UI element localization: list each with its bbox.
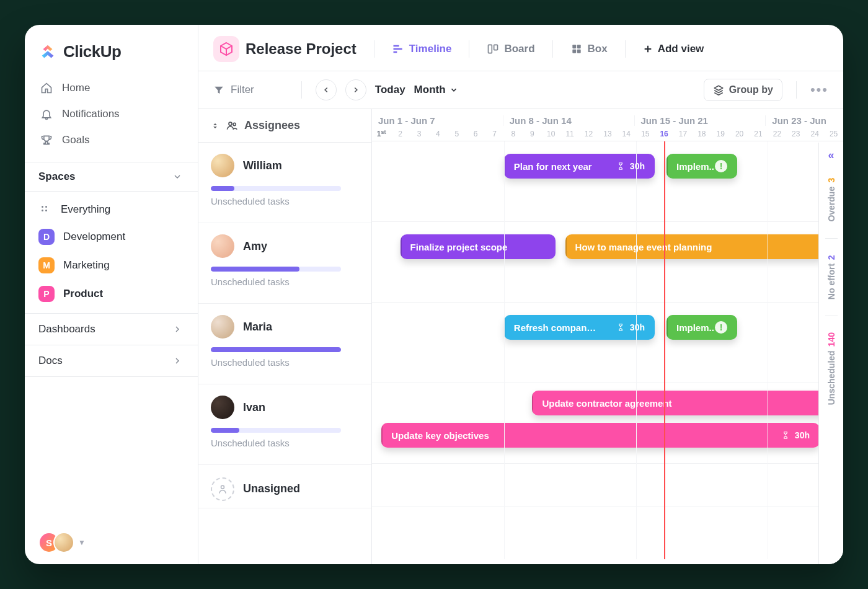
day-cell: 19 [711,130,730,138]
view-tab-label: Board [504,43,534,55]
day-cell: 12 [579,130,598,138]
week-label: Jun 1 - Jun 7 [372,115,503,126]
add-view-button[interactable]: Add view [637,39,711,59]
rail-unscheduled[interactable]: Unscheduled 140 [826,332,836,405]
task-bar[interactable]: Implem.. ! [666,154,737,179]
task-bar[interactable]: Finalize project scope [401,234,556,259]
nav-goals[interactable]: Goals [30,127,193,153]
day-cell: 24 [805,130,824,138]
space-label: Product [63,288,103,300]
day-cell: 21 [749,130,768,138]
gantt-lane [372,464,843,507]
logo[interactable]: ClickUp [25,25,198,73]
day-cell: 18 [693,130,711,138]
workload-bar [211,428,341,433]
week-label: Jun 8 - Jun 14 [503,115,634,126]
space-badge: P [38,286,55,302]
section-docs-label: Docs [38,355,63,367]
unscheduled-link[interactable]: Unscheduled tasks [211,277,359,287]
space-everything[interactable]: Everything [30,197,193,223]
group-by-button[interactable]: Group by [704,79,782,101]
assignee-row-amy[interactable]: Amy Unscheduled tasks [198,223,371,304]
space-icon[interactable] [213,36,239,62]
svg-point-10 [229,122,232,125]
assignee-row-ivan[interactable]: Ivan Unscheduled tasks [198,384,371,465]
view-tab-board[interactable]: Board [480,39,541,59]
rail-noeffort[interactable]: No effort 2 [826,255,836,299]
space-product[interactable]: P Product [30,280,193,308]
app-window: ClickUp Home Notifications Goals [25,25,843,564]
home-icon [40,81,53,95]
board-icon [487,43,499,55]
task-bar[interactable]: Plan for next year 30h [504,154,655,179]
spaces-header[interactable]: Spaces [25,162,198,192]
section-dashboards[interactable]: Dashboards [25,313,198,345]
space-development[interactable]: D Development [30,223,193,251]
nav-notifications[interactable]: Notifications [30,101,193,127]
unassigned-icon [211,477,234,501]
svg-point-11 [233,123,236,125]
rail-collapse[interactable]: « [828,149,834,162]
task-bar[interactable]: Update contractor agreement [532,391,843,415]
sidebar-footer[interactable]: S ▼ [25,521,198,564]
chevron-down-icon [450,86,458,94]
assignee-name: Ivan [243,401,265,414]
assignee-header[interactable]: Assignees [198,109,371,143]
space-marketing[interactable]: M Marketing [30,251,193,280]
user-avatar [53,532,74,553]
rail-noeffort-label: No effort [826,263,836,299]
unscheduled-link[interactable]: Unscheduled tasks [211,196,359,206]
more-button[interactable]: ••• [810,82,828,98]
avatar [211,154,234,177]
task-label: How to manage event planning [575,242,712,252]
chevron-right-icon [170,322,184,336]
section-docs[interactable]: Docs [25,345,198,377]
svg-rect-8 [572,50,576,53]
grid-line [504,141,505,559]
view-tab-timeline[interactable]: Timeline [386,39,458,59]
assignee-column: Assignees William Unscheduled tasks Amy [198,109,372,564]
assignee-row-maria[interactable]: Maria Unscheduled tasks [198,304,371,384]
rail-overdue[interactable]: Overdue 3 [826,178,836,222]
prev-button[interactable] [316,79,337,100]
task-bar[interactable]: Implem.. ! [666,315,737,340]
svg-rect-9 [577,50,580,53]
unscheduled-link[interactable]: Unscheduled tasks [211,357,359,368]
divider [825,238,838,239]
today-indicator [664,141,665,559]
task-bar[interactable]: How to manage event planning [565,234,825,259]
view-tab-label: Box [588,43,608,55]
sidebar: ClickUp Home Notifications Goals [25,25,198,564]
today-button[interactable]: Today [375,84,405,96]
day-cell: 6 [466,130,485,138]
day-cell: 5 [448,130,466,138]
nav-goals-label: Goals [62,134,89,146]
filter-button[interactable]: Filter [213,84,254,96]
gantt-area[interactable]: Jun 1 - Jun 7 Jun 8 - Jun 14 Jun 15 - Ju… [372,109,843,564]
range-select[interactable]: Month [414,84,458,96]
unscheduled-link[interactable]: Unscheduled tasks [211,438,359,448]
timeline-icon [392,43,404,55]
gantt-lane: Update contractor agreement Update key o… [372,383,843,464]
divider [796,81,797,99]
assignee-row-unassigned[interactable]: Unasigned [198,465,371,508]
space-everything-label: Everything [61,203,110,216]
view-tab-box[interactable]: Box [564,39,614,59]
toolbar: Filter Today Month Group by [198,71,843,109]
nav-home[interactable]: Home [30,75,193,101]
task-label: Implem.. [676,161,714,172]
divider [469,40,469,58]
task-label: Finalize project scope [410,242,508,252]
assignee-row-william[interactable]: William Unscheduled tasks [198,143,371,223]
task-bar[interactable]: Update key objectives 30h [381,423,820,448]
divider [552,40,553,58]
alert-icon: ! [715,160,727,172]
task-bar[interactable]: Refresh compan… 30h [504,315,655,340]
workload-bar [211,267,341,272]
task-label: Update contractor agreement [542,398,671,409]
svg-point-1 [45,206,47,208]
next-button[interactable] [345,79,366,100]
grid-line [636,141,637,559]
group-by-label: Group by [729,84,773,95]
workload-bar [211,347,341,352]
